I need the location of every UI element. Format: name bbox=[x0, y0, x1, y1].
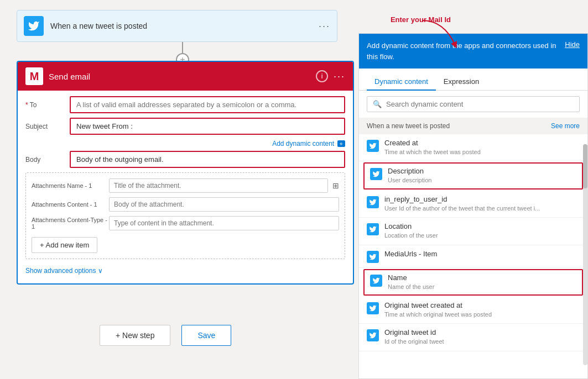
search-input[interactable] bbox=[386, 100, 574, 108]
trigger-title: When a new tweet is posted bbox=[50, 22, 319, 30]
dynamic-panel-header-text: Add dynamic content from the apps and co… bbox=[367, 40, 559, 62]
plus-badge: + bbox=[337, 140, 345, 147]
email-card-body: To Subject Add dynamic content + Body bbox=[18, 91, 353, 283]
item-content: Created at Time at which the tweet was p… bbox=[384, 139, 580, 156]
section-header: When a new tweet is posted See more bbox=[359, 118, 587, 134]
item-title: MediaUrls - Item bbox=[384, 250, 580, 258]
trigger-ellipsis[interactable]: ··· bbox=[319, 20, 330, 32]
twitter-item-icon bbox=[367, 302, 379, 314]
item-desc: Location of the user bbox=[384, 231, 580, 240]
twitter-item-icon bbox=[367, 329, 379, 341]
dynamic-item-reply-user-id[interactable]: in_reply_to_user_id User Id of the autho… bbox=[359, 191, 587, 218]
attach-name-label: Attachments Name - 1 bbox=[32, 182, 109, 189]
dynamic-panel-header: Add dynamic content from the apps and co… bbox=[359, 34, 587, 69]
item-desc: User description bbox=[388, 176, 576, 185]
item-title: Original tweet id bbox=[384, 328, 580, 336]
twitter-trigger-icon bbox=[24, 16, 44, 36]
trigger-card[interactable]: When a new tweet is posted ··· bbox=[17, 10, 337, 42]
show-advanced-link[interactable]: Show advanced options ∨ bbox=[25, 264, 103, 278]
section-header-title: When a new tweet is posted bbox=[367, 122, 450, 130]
twitter-item-icon bbox=[367, 196, 379, 208]
gmail-letter: M bbox=[30, 70, 39, 83]
email-card-title: Send email bbox=[49, 72, 316, 81]
to-label: To bbox=[25, 101, 70, 109]
twitter-item-icon bbox=[367, 140, 379, 152]
subject-label: Subject bbox=[25, 123, 70, 130]
attach-content-row: Attachments Content - 1 bbox=[32, 197, 339, 212]
item-desc: Name of the user bbox=[388, 283, 576, 291]
save-button[interactable]: Save bbox=[181, 325, 231, 346]
attach-copy-icon[interactable]: ⊞ bbox=[332, 181, 339, 190]
attach-content-label: Attachments Content - 1 bbox=[32, 201, 109, 208]
item-content: in_reply_to_user_id User Id of the autho… bbox=[384, 195, 580, 213]
attach-type-row: Attachments Content-Type - 1 bbox=[32, 216, 339, 230]
dynamic-item-mediaurls[interactable]: MediaUrls - Item bbox=[359, 245, 587, 268]
item-title: Location bbox=[384, 222, 580, 230]
item-title: Original tweet created at bbox=[384, 301, 580, 309]
body-label: Body bbox=[25, 156, 70, 164]
dynamic-item-description[interactable]: Description User description bbox=[363, 162, 583, 189]
new-step-button[interactable]: + New step bbox=[100, 325, 170, 346]
dynamic-item-created-at[interactable]: Created at Time at which the tweet was p… bbox=[359, 134, 587, 161]
scrollbar-thumb[interactable] bbox=[583, 144, 587, 188]
item-content: Location Location of the user bbox=[384, 222, 580, 240]
item-title: Description bbox=[388, 167, 576, 175]
item-desc: Time at which the tweet was posted bbox=[384, 148, 580, 156]
twitter-item-icon bbox=[370, 275, 382, 287]
item-content: MediaUrls - Item bbox=[384, 250, 580, 259]
tabs-row: Dynamic content Expression bbox=[359, 69, 587, 91]
dynamic-item-original-created[interactable]: Original tweet created at Time at which … bbox=[359, 297, 587, 324]
to-field-row: To bbox=[25, 96, 345, 113]
body-input[interactable] bbox=[70, 151, 345, 168]
hide-button[interactable]: Hide bbox=[565, 40, 580, 49]
info-button[interactable]: i bbox=[316, 70, 328, 82]
to-input[interactable] bbox=[70, 96, 345, 113]
item-title: Name bbox=[388, 273, 576, 282]
connector-line-top bbox=[182, 42, 183, 53]
attach-name-row: Attachments Name - 1 ⊞ bbox=[32, 178, 339, 193]
item-title: Created at bbox=[384, 139, 580, 147]
tab-dynamic-content[interactable]: Dynamic content bbox=[367, 74, 436, 90]
see-more-link[interactable]: See more bbox=[551, 122, 580, 130]
item-content: Description User description bbox=[388, 167, 576, 185]
left-panel: When a new tweet is posted ··· + M Send … bbox=[0, 0, 358, 379]
attachments-section: Attachments Name - 1 ⊞ Attachments Conte… bbox=[25, 172, 345, 259]
email-card-ellipsis[interactable]: ··· bbox=[334, 71, 345, 82]
item-desc: User Id of the author of the tweet that … bbox=[384, 204, 580, 213]
dynamic-item-location[interactable]: Location Location of the user bbox=[359, 218, 587, 245]
email-card: M Send email i ··· To Subject Add dynami… bbox=[17, 61, 354, 285]
twitter-item-icon bbox=[367, 251, 379, 263]
tab-expression[interactable]: Expression bbox=[436, 74, 487, 90]
search-icon: 🔍 bbox=[373, 100, 382, 108]
item-desc: Id of the original tweet bbox=[384, 338, 580, 346]
body-field-row: Body bbox=[25, 151, 345, 168]
item-title: in_reply_to_user_id bbox=[384, 195, 580, 203]
attach-name-input[interactable] bbox=[109, 178, 328, 193]
add-new-item-button[interactable]: + Add new item bbox=[32, 237, 97, 253]
item-desc: Time at which original tweet was posted bbox=[384, 310, 580, 319]
subject-input[interactable] bbox=[70, 118, 345, 135]
attach-content-input[interactable] bbox=[109, 197, 339, 212]
item-content: Original tweet created at Time at which … bbox=[384, 301, 580, 319]
twitter-item-icon bbox=[367, 223, 379, 235]
item-content: Name Name of the user bbox=[388, 273, 576, 291]
dynamic-item-name[interactable]: Name Name of the user bbox=[363, 269, 583, 296]
dynamic-items-list: Created at Time at which the tweet was p… bbox=[359, 134, 587, 379]
bottom-buttons: + New step Save bbox=[100, 325, 231, 346]
item-content: Original tweet id Id of the original twe… bbox=[384, 328, 580, 346]
attach-type-input[interactable] bbox=[109, 216, 339, 230]
right-panel: Add dynamic content from the apps and co… bbox=[358, 0, 588, 379]
dynamic-link-row: Add dynamic content + bbox=[70, 139, 345, 148]
add-dynamic-content-link[interactable]: Add dynamic content + bbox=[272, 140, 345, 148]
dynamic-item-original-id[interactable]: Original tweet id Id of the original twe… bbox=[359, 324, 587, 351]
twitter-item-icon bbox=[370, 168, 382, 180]
email-card-header: M Send email i ··· bbox=[18, 62, 353, 91]
search-box[interactable]: 🔍 bbox=[367, 96, 580, 112]
attach-type-label: Attachments Content-Type - 1 bbox=[32, 217, 109, 230]
dynamic-panel: Add dynamic content from the apps and co… bbox=[358, 33, 588, 379]
gmail-icon: M bbox=[25, 67, 43, 85]
subject-field-row: Subject bbox=[25, 118, 345, 135]
annotation-arrow bbox=[417, 18, 461, 51]
